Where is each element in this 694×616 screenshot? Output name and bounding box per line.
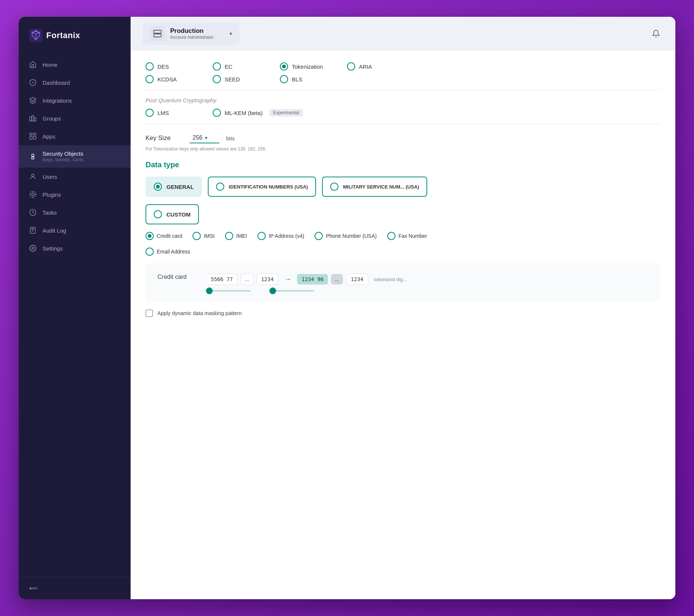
token-fax-label: Fax Number [398,233,427,239]
svg-rect-1 [33,32,34,33]
token-email-label: Email Address [157,249,190,255]
home-icon [29,61,37,68]
cc-tok-field-1: 1234 96 [297,274,328,284]
algo-seed-radio[interactable] [213,75,221,83]
main-content: Production Account Administrator ▾ [131,17,675,599]
key-size-row: Key Size 256 ▾ bits [146,133,660,143]
algo-lms[interactable]: LMS [146,109,190,117]
pqc-section-label: Post Quantum Cryptography [146,97,660,103]
token-phone-label: Phone Number (USA) [326,233,376,239]
account-title: Production [170,27,224,35]
data-type-general[interactable]: GENERAL [146,177,202,197]
sidebar-label-apps: Apps [43,133,55,140]
algo-kcdsa[interactable]: KCDSA [146,75,190,83]
slider-1-thumb[interactable] [206,287,213,294]
algo-mlkem-label: ML-KEM (beta) [225,110,263,116]
token-opt-fax[interactable]: Fax Number [387,232,427,240]
tasks-icon [29,209,37,216]
sidebar-item-security-objects[interactable]: Security Objects Keys, Secrets, Certs [19,145,131,168]
sidebar-item-tasks[interactable]: Tasks [19,203,131,221]
sidebar: Fortanix Home Dashboard [19,17,131,599]
topbar-right [648,26,663,41]
sidebar-item-settings[interactable]: Settings [19,239,131,257]
sidebar-item-audit-log[interactable]: Audit Log [19,221,131,239]
algo-des[interactable]: DES [146,62,190,71]
token-opt-imsi[interactable]: IMSI [193,232,215,240]
masking-checkbox[interactable] [146,309,153,317]
token-opt-imei[interactable]: IMEI [225,232,247,240]
algo-ec-radio[interactable] [213,62,221,71]
algo-kcdsa-radio[interactable] [146,75,154,83]
svg-rect-7 [34,118,36,121]
algo-ec[interactable]: EC [213,62,257,71]
algo-seed[interactable]: SEED [213,75,257,83]
sidebar-item-apps[interactable]: Apps [19,127,131,145]
data-type-general-radio[interactable] [154,183,162,191]
svg-point-12 [32,154,34,157]
token-imei-radio[interactable] [225,232,233,240]
svg-rect-3 [35,30,37,32]
data-type-military-radio[interactable] [330,183,338,191]
sidebar-item-home[interactable]: Home [19,56,131,74]
sidebar-item-groups[interactable]: Groups [19,109,131,127]
cc-dots: ... [241,274,253,285]
server-icon [153,29,162,38]
slider-2-thumb[interactable] [269,287,276,294]
sliders-row [206,290,407,292]
algo-mlkem[interactable]: ML-KEM (beta) Experimental [213,109,303,117]
cc-fields-row: 5566 77 ... 1234 → 1234 96 ... 1234 toke… [206,274,407,285]
token-fax-radio[interactable] [387,232,396,240]
audit-log-icon [29,227,37,234]
key-size-label: Key Size [146,134,183,142]
data-type-cards: GENERAL IDENTIFICATION NUMBERS (USA) MIL… [146,177,660,197]
key-size-dropdown[interactable]: 256 ▾ [190,133,219,143]
data-type-military[interactable]: MILITARY SERVICE NUM... (USA) [322,177,427,197]
data-type-identification[interactable]: IDENTIFICATION NUMBERS (USA) [208,177,316,197]
token-opt-phone[interactable]: Phone Number (USA) [315,232,376,240]
masking-checkbox-label: Apply dynamic data masking pattern [157,310,242,316]
svg-rect-10 [30,136,32,139]
algo-tokenization-radio[interactable] [280,62,288,71]
algo-bls[interactable]: BLS [280,75,325,83]
masking-checkbox-row[interactable]: Apply dynamic data masking pattern [146,309,660,317]
data-type-identification-radio[interactable] [216,183,224,191]
sidebar-label-plugins: Plugins [43,192,61,198]
data-type-custom[interactable]: CUSTOM [146,204,199,224]
sidebar-label-users: Users [43,174,57,180]
sidebar-collapse-button[interactable]: ⟸ [29,585,120,592]
svg-rect-17 [30,227,35,234]
token-opt-email[interactable]: Email Address [146,248,190,256]
token-phone-radio[interactable] [315,232,323,240]
sidebar-item-users[interactable]: Users [19,168,131,186]
algo-aria[interactable]: ARIA [347,62,392,71]
account-icon [150,26,165,41]
notifications-button[interactable] [648,26,663,41]
content-area: DES EC Tokenization ARIA [131,50,675,599]
algo-aria-radio[interactable] [347,62,355,71]
algo-lms-radio[interactable] [146,109,154,117]
sidebar-bottom: ⟸ [19,577,131,599]
token-imsi-radio[interactable] [193,232,201,240]
account-selector[interactable]: Production Account Administrator ▾ [143,22,240,45]
fortanix-logo-icon [29,29,43,42]
account-subtitle: Account Administrator [170,35,224,40]
token-ip-radio[interactable] [257,232,266,240]
sidebar-item-plugins[interactable]: Plugins [19,186,131,203]
sidebar-item-dashboard[interactable]: Dashboard [19,74,131,91]
svg-rect-6 [32,116,34,121]
token-credit-radio[interactable] [146,232,154,240]
bell-icon [652,29,660,38]
algo-tokenization[interactable]: Tokenization [280,62,325,71]
slider-2-container [269,290,314,292]
sidebar-item-integrations[interactable]: Integrations [19,91,131,109]
token-opt-ip-v4[interactable]: IP Address (v4) [257,232,304,240]
sidebar-label-tasks: Tasks [43,209,57,216]
algo-mlkem-radio[interactable] [213,109,221,117]
algo-bls-radio[interactable] [280,75,288,83]
token-email-radio[interactable] [146,248,154,256]
algo-des-radio[interactable] [146,62,154,71]
account-chevron-icon: ▾ [229,31,232,37]
token-opt-credit-card[interactable]: Credit card [146,232,182,240]
data-type-custom-radio[interactable] [154,210,162,218]
settings-icon [29,245,37,252]
